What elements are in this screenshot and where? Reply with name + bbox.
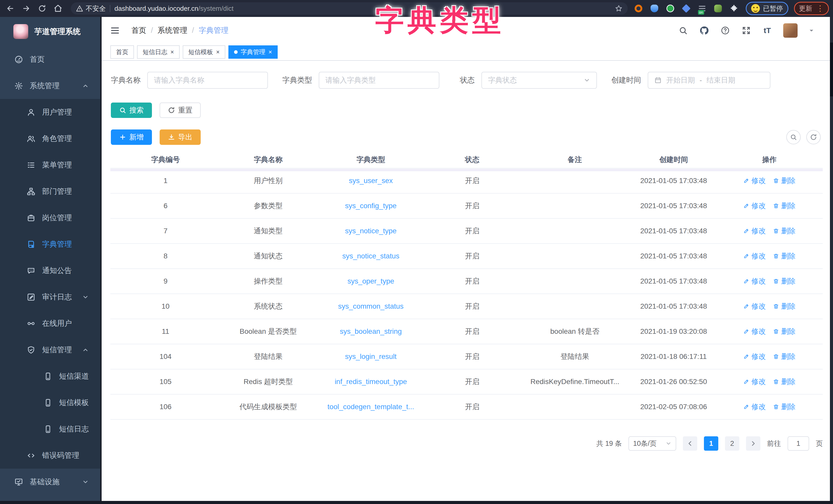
font-size-icon[interactable]: tT [762, 25, 772, 35]
sidebar-item-roles[interactable]: 角色管理 [0, 125, 100, 152]
edit-link[interactable]: 修改 [743, 201, 766, 211]
delete-link[interactable]: 删除 [773, 352, 795, 361]
add-button[interactable]: 新增 [111, 129, 152, 145]
user-avatar[interactable] [783, 23, 798, 38]
hamburger-icon[interactable] [110, 25, 120, 35]
tab-dictionary[interactable]: 字典管理× [229, 45, 278, 59]
page-button-2[interactable]: 2 [725, 436, 739, 451]
delete-link[interactable]: 删除 [773, 276, 795, 286]
extension-icon-2[interactable] [649, 3, 660, 14]
delete-link[interactable]: 删除 [773, 201, 795, 211]
search-button[interactable]: 搜索 [111, 103, 152, 118]
reset-button[interactable]: 重置 [160, 103, 201, 118]
dict-name-input[interactable]: 请输入字典名称 [147, 72, 268, 89]
home-icon[interactable] [52, 3, 64, 14]
edit-link[interactable]: 修改 [743, 352, 766, 361]
browser-profile-chip[interactable]: 已暂停 [746, 2, 788, 15]
reload-icon[interactable] [37, 3, 48, 14]
browser-menu-icon[interactable]: ⋮ [816, 5, 824, 12]
extensions-puzzle-icon[interactable] [729, 3, 739, 14]
tab-sms-log[interactable]: 短信日志× [137, 45, 180, 59]
edit-link[interactable]: 修改 [743, 251, 766, 261]
dict-type-link[interactable]: sys_boolean_string [340, 327, 402, 335]
edit-link[interactable]: 修改 [743, 402, 766, 412]
edit-link[interactable]: 修改 [743, 301, 766, 311]
refresh-table-button[interactable] [806, 130, 821, 144]
edit-link[interactable]: 修改 [743, 377, 766, 386]
breadcrumb-home[interactable]: 首页 [132, 25, 146, 35]
delete-link[interactable]: 删除 [773, 301, 795, 311]
close-icon[interactable]: × [216, 49, 220, 55]
close-icon[interactable]: × [170, 49, 174, 55]
search-icon[interactable] [678, 25, 688, 35]
back-icon[interactable] [5, 3, 16, 14]
avatar-caret-icon[interactable] [808, 27, 814, 33]
export-button[interactable]: 导出 [160, 129, 201, 145]
prev-page-button[interactable] [683, 436, 697, 451]
edit-link[interactable]: 修改 [743, 226, 766, 236]
sidebar-item-dictionary[interactable]: 字典管理 [0, 231, 100, 257]
delete-link[interactable]: 删除 [773, 327, 795, 336]
edit-link[interactable]: 修改 [743, 327, 766, 336]
fullscreen-icon[interactable] [741, 25, 752, 35]
sidebar-item-sms-log[interactable]: 短信日志 [0, 416, 100, 442]
close-icon[interactable]: × [268, 49, 272, 55]
sidebar-item-error-code[interactable]: 错误码管理 [0, 442, 100, 469]
dict-type-link[interactable]: sys_notice_type [345, 227, 397, 235]
edit-link[interactable]: 修改 [743, 176, 766, 185]
delete-link[interactable]: 删除 [773, 377, 795, 386]
sidebar-item-infrastructure[interactable]: 基础设施 [0, 469, 100, 495]
forward-icon[interactable] [21, 3, 32, 14]
dict-type-link[interactable]: sys_notice_status [342, 252, 400, 260]
sidebar-item-notices[interactable]: 通知公告 [0, 257, 100, 284]
extension-icon-3[interactable] [665, 3, 675, 14]
extension-icon-5[interactable]: on [697, 3, 707, 14]
status-select[interactable]: 字典状态 [481, 72, 597, 89]
tab-home[interactable]: 首页 [110, 45, 134, 59]
dict-type-link[interactable]: sys_common_status [338, 302, 403, 310]
sidebar-item-audit-log[interactable]: 审计日志 [0, 284, 100, 310]
dict-type-link[interactable]: sys_config_type [345, 202, 397, 210]
dict-type-input[interactable]: 请输入字典类型 [319, 72, 439, 89]
edit-icon [743, 178, 749, 184]
sidebar-item-sms-channel[interactable]: 短信渠道 [0, 363, 100, 389]
tab-sms-template[interactable]: 短信模板× [183, 45, 225, 59]
toggle-search-button[interactable] [786, 130, 801, 144]
sidebar-item-sms[interactable]: 短信管理 [0, 336, 100, 363]
goto-page-input[interactable]: 1 [788, 436, 809, 451]
scrollbar-thumb[interactable] [830, 43, 833, 96]
scrollbar[interactable] [830, 17, 833, 501]
extension-icon-1[interactable] [633, 3, 644, 14]
delete-link[interactable]: 删除 [773, 176, 795, 185]
github-icon[interactable] [699, 25, 709, 35]
sidebar-item-menus[interactable]: 菜单管理 [0, 152, 100, 178]
page-size-select[interactable]: 10条/页 [628, 436, 676, 451]
breadcrumb-system[interactable]: 系统管理 [158, 25, 187, 35]
sidebar-item-sms-template[interactable]: 短信模板 [0, 389, 100, 416]
dict-type-link[interactable]: sys_oper_type [348, 277, 394, 285]
sidebar-item-users[interactable]: 用户管理 [0, 99, 100, 125]
date-range-picker[interactable]: 开始日期 - 结束日期 [648, 72, 770, 89]
next-page-button[interactable] [746, 436, 760, 451]
browser-update-button[interactable]: 更新 ⋮ [794, 2, 829, 15]
bookmark-star-icon[interactable] [615, 5, 623, 12]
extension-icon-6[interactable] [713, 3, 723, 14]
edit-link[interactable]: 修改 [743, 276, 766, 286]
page-button-1[interactable]: 1 [704, 436, 718, 451]
delete-link[interactable]: 删除 [773, 402, 795, 412]
extension-icon-4[interactable] [681, 3, 691, 14]
sidebar-item-posts[interactable]: 岗位管理 [0, 205, 100, 231]
dict-type-link[interactable]: inf_redis_timeout_type [335, 378, 407, 385]
help-icon[interactable] [720, 25, 730, 35]
delete-link[interactable]: 删除 [773, 251, 795, 261]
dict-type-link[interactable]: tool_codegen_template_t... [328, 403, 414, 411]
sidebar-item-home[interactable]: 首页 [0, 46, 100, 73]
dict-type-link[interactable]: sys_login_result [345, 352, 397, 360]
created-time: 2021-01-05 17:03:48 [631, 294, 716, 319]
sidebar-item-departments[interactable]: 部门管理 [0, 178, 100, 205]
sidebar-item-system[interactable]: 系统管理 [0, 73, 100, 99]
dict-type-link[interactable]: sys_user_sex [349, 177, 392, 184]
url-bar[interactable]: 不安全 dashboard.yudao.iocoder.cn /system/d… [71, 2, 628, 15]
delete-link[interactable]: 删除 [773, 226, 795, 236]
sidebar-item-online-users[interactable]: 在线用户 [0, 310, 100, 336]
